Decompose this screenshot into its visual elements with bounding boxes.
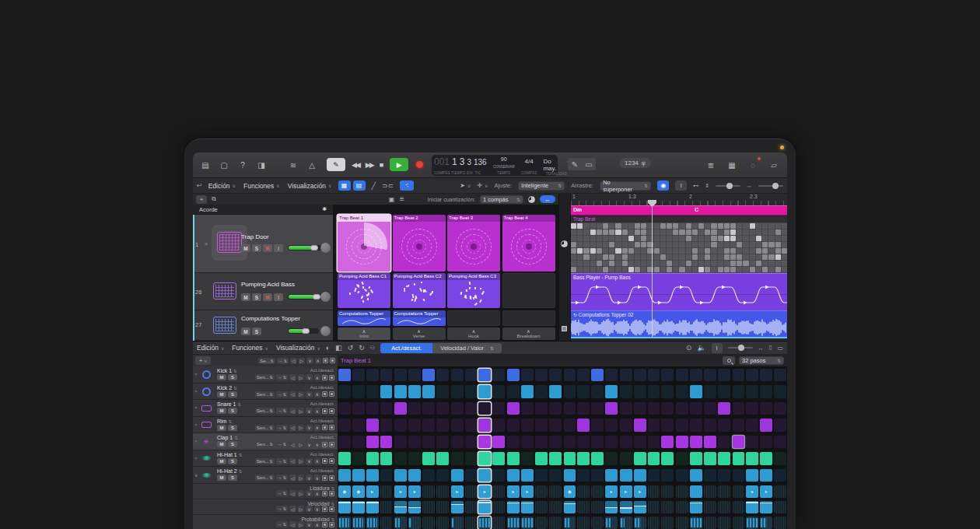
- increment-button[interactable]: ∧: [314, 506, 320, 512]
- step-cell[interactable]: [591, 436, 604, 449]
- step-cell[interactable]: [451, 517, 464, 529]
- direction-dropdown[interactable]: → ⇅: [276, 506, 288, 512]
- step-cell[interactable]: [535, 517, 548, 529]
- snap-dropdown[interactable]: Inteligente⇅: [518, 181, 565, 191]
- disclosure-icon[interactable]: >: [205, 241, 208, 247]
- step-cell[interactable]: [760, 501, 772, 513]
- step-cell[interactable]: [408, 517, 421, 529]
- crossfade-icon[interactable]: ╱: [372, 182, 376, 190]
- grid-arrange-divider[interactable]: [558, 194, 571, 341]
- step-cell[interactable]: [408, 385, 421, 398]
- step-cell[interactable]: [352, 452, 365, 465]
- pencil-mode-button[interactable]: ✎: [327, 158, 345, 171]
- step-cell[interactable]: [465, 402, 478, 415]
- step-cell[interactable]: [774, 419, 786, 432]
- region-bass[interactable]: Bass Player - Pump Bass: [571, 273, 787, 310]
- decrement-button[interactable]: ∨: [306, 358, 313, 364]
- decrement-button[interactable]: ∨: [306, 391, 312, 398]
- step-cell[interactable]: [394, 402, 407, 415]
- solo-button[interactable]: S: [228, 408, 237, 414]
- step-cell[interactable]: [492, 485, 505, 498]
- solo-button[interactable]: S: [228, 425, 237, 431]
- step-cell[interactable]: [746, 501, 758, 513]
- step-cell[interactable]: [704, 385, 716, 398]
- step-cell[interactable]: [564, 369, 576, 382]
- step-cell[interactable]: [492, 452, 505, 465]
- step-cell[interactable]: [422, 436, 435, 449]
- solo-button[interactable]: S: [228, 458, 237, 464]
- step-cell[interactable]: [733, 501, 745, 513]
- clear-steps-button[interactable]: [322, 458, 327, 464]
- tracks-view-button[interactable]: ▤: [353, 180, 366, 191]
- step-cell[interactable]: [422, 469, 435, 482]
- step-cell[interactable]: [408, 419, 421, 432]
- step-cell[interactable]: [746, 385, 758, 398]
- step-cell[interactable]: [605, 452, 618, 465]
- empty-cell-slot[interactable]: [447, 310, 500, 326]
- increment-button[interactable]: ∧: [314, 425, 320, 431]
- clear-steps-button[interactable]: [322, 375, 327, 380]
- mode-onoff-button[interactable]: Act./desact.: [380, 343, 432, 353]
- input-monitor-button[interactable]: I: [274, 293, 283, 301]
- step-cell[interactable]: [661, 369, 674, 382]
- step-cell[interactable]: [661, 452, 674, 465]
- display-icon[interactable]: ▤: [198, 158, 212, 172]
- step-cell[interactable]: ▸: [746, 485, 758, 498]
- step-cell[interactable]: [492, 402, 505, 415]
- empty-cell-slot[interactable]: [502, 273, 555, 308]
- magnifier-button[interactable]: [723, 356, 735, 365]
- direction-dropdown[interactable]: → ⇅: [276, 374, 288, 380]
- step-cell[interactable]: ▸: [620, 485, 632, 498]
- increment-button[interactable]: ∧: [315, 358, 321, 364]
- cycle-range-icon[interactable]: ⊃⊂: [382, 182, 394, 190]
- region-audio[interactable]: ↻ Computations Topper 02: [571, 310, 787, 337]
- fill-steps-button[interactable]: [329, 458, 334, 464]
- step-cell[interactable]: [422, 501, 435, 513]
- step-cell[interactable]: [591, 485, 604, 498]
- step-cell[interactable]: [690, 385, 702, 398]
- help-icon[interactable]: ?: [236, 158, 250, 172]
- step-cell[interactable]: [422, 385, 435, 398]
- step-cell[interactable]: [422, 419, 435, 432]
- disclosure-icon[interactable]: >: [194, 405, 198, 410]
- step-cell[interactable]: [507, 452, 520, 465]
- pointer-tool-menu[interactable]: ➤∨: [460, 182, 471, 189]
- track-header-pumping-acid-bass[interactable]: 26Pumping Acid BassMSRI: [193, 273, 333, 310]
- step-cell[interactable]: [451, 402, 464, 415]
- step-cell[interactable]: [380, 485, 393, 498]
- step-cell[interactable]: [591, 501, 604, 513]
- clear-steps-button[interactable]: [322, 442, 327, 447]
- preview-speaker-icon[interactable]: 🔈: [697, 344, 705, 352]
- stop-button[interactable]: ■: [380, 161, 383, 169]
- record-enable-button[interactable]: R: [263, 293, 272, 301]
- text-tool-button[interactable]: I: [675, 180, 687, 191]
- loop-cell[interactable]: Pumping Acid Bass C3: [447, 273, 500, 308]
- step-cell[interactable]: [634, 452, 646, 465]
- increment-button[interactable]: ∧: [314, 458, 320, 464]
- step-cell[interactable]: [408, 469, 421, 482]
- increment-button[interactable]: ∧: [314, 521, 320, 527]
- step-cell[interactable]: [661, 419, 674, 432]
- step-cell[interactable]: [408, 436, 421, 449]
- step-cell[interactable]: [648, 369, 660, 382]
- fill-steps-button[interactable]: [329, 391, 334, 397]
- track-header-trap-door[interactable]: 1>Trap DoorMSRI: [193, 215, 333, 273]
- step-cell[interactable]: [492, 419, 505, 432]
- seq-row-snare-1[interactable]: >Snare 1 ⇅Act./desact.MSSen... ⇅→ ⇅◁▷∨∧: [193, 400, 338, 417]
- loop-cell[interactable]: Pumping Acid Bass C1: [338, 273, 390, 308]
- step-cell[interactable]: [605, 402, 618, 415]
- step-cell[interactable]: [564, 501, 576, 513]
- step-cell[interactable]: [338, 436, 351, 449]
- scene-trigger-hook[interactable]: ∧Hook: [447, 328, 500, 340]
- direction-dropdown[interactable]: → ⇅: [276, 475, 288, 481]
- step-cell[interactable]: [422, 369, 435, 382]
- step-cell[interactable]: [492, 436, 505, 449]
- text-cursor-button[interactable]: I: [712, 343, 723, 353]
- loop-cell[interactable]: Pumping Acid Bass C2: [393, 273, 446, 308]
- step-cell[interactable]: [492, 501, 505, 513]
- shift-right-button[interactable]: ▷: [298, 490, 305, 496]
- step-cell[interactable]: [352, 419, 365, 432]
- step-cell[interactable]: [394, 369, 407, 382]
- step-cell[interactable]: [718, 485, 730, 498]
- step-cell[interactable]: [774, 385, 786, 398]
